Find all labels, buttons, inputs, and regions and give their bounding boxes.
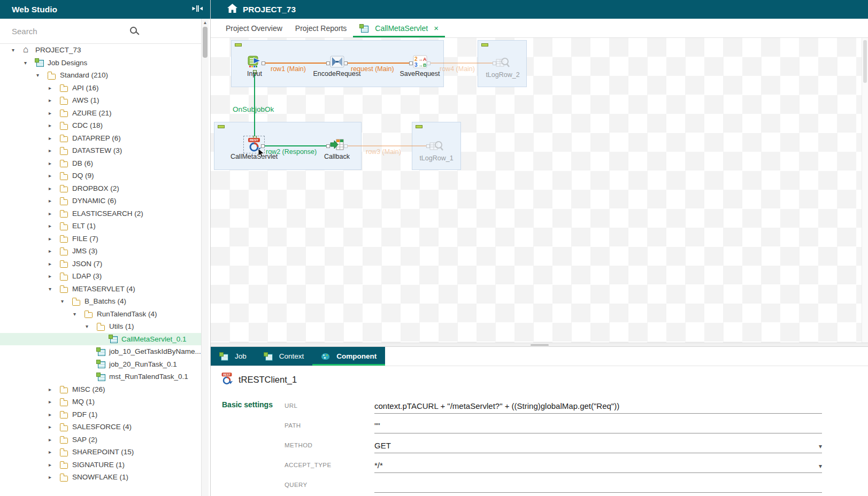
chevron-icon[interactable]: ▾ — [24, 60, 35, 66]
tab-context[interactable]: Context — [255, 347, 313, 366]
chevron-icon[interactable]: ▸ — [49, 386, 59, 392]
tree-item[interactable]: ▸ PDF (1) — [0, 408, 201, 421]
link-label-row4[interactable]: row4 (Main) — [440, 65, 475, 73]
chevron-icon[interactable]: ▾ — [61, 298, 72, 304]
resize-grip[interactable] — [531, 344, 549, 346]
tab-project-reports[interactable]: Project Reports — [289, 19, 353, 37]
chevron-icon[interactable]: ▾ — [49, 286, 59, 292]
tree-item[interactable]: ▸ JSON (7) — [0, 258, 201, 270]
subjob-collapse-marker[interactable] — [481, 43, 488, 46]
tree-item[interactable]: ▾ PROJECT_73 — [0, 44, 201, 57]
chevron-icon[interactable]: ▾ — [86, 323, 96, 329]
tree-item[interactable]: job_20_RunTask_0.1 — [0, 358, 201, 371]
chevron-icon[interactable]: ▸ — [49, 211, 59, 216]
link-label-row2[interactable]: row2 (Response) — [266, 148, 317, 156]
link-label-row3[interactable]: row3 (Main) — [366, 148, 401, 156]
tree-item[interactable]: ▾ Utils (1) — [0, 320, 201, 333]
tree-item[interactable]: ▸ DATASTEW (3) — [0, 144, 201, 157]
chevron-icon[interactable]: ▸ — [49, 223, 59, 229]
chevron-icon[interactable]: ▾ — [12, 47, 22, 53]
panel-resize-divider[interactable] — [211, 343, 868, 347]
tree-item[interactable]: ▸ DQ (9) — [0, 169, 201, 182]
tree-item[interactable]: ▸ JMS (3) — [0, 245, 201, 258]
chevron-icon[interactable]: ▸ — [49, 248, 59, 254]
tree-item[interactable]: ▸ API (16) — [0, 82, 201, 95]
link-label-onsubjobok[interactable]: OnSubjobOk — [233, 105, 274, 113]
chevron-icon[interactable]: ▸ — [49, 97, 59, 103]
chevron-icon[interactable]: ▸ — [49, 261, 59, 267]
tree-item[interactable]: ▸ ELT (1) — [0, 220, 201, 232]
chevron-icon[interactable]: ▸ — [49, 424, 59, 430]
chevron-icon[interactable]: ▸ — [49, 135, 59, 141]
tree-item[interactable]: ▸ AZURE (21) — [0, 107, 201, 120]
tab-project-overview[interactable]: Project Overview — [219, 19, 289, 37]
tree-item[interactable]: ▸ SAP (2) — [0, 433, 201, 446]
tree-item[interactable]: ▸ FILE (7) — [0, 232, 201, 245]
component-tlogrow2[interactable]: tLogRow_2 — [468, 56, 537, 79]
tree-item[interactable]: ▸ MQ (1) — [0, 396, 201, 408]
dropdown-caret-icon[interactable]: ▾ — [819, 462, 822, 470]
scroll-up-icon[interactable]: ▲ — [202, 19, 209, 25]
accept-type-field[interactable]: */* ▾ — [374, 460, 822, 473]
chevron-icon[interactable]: ▸ — [49, 399, 59, 405]
chevron-icon[interactable]: ▸ — [49, 110, 59, 116]
tree-item[interactable]: ▸ SIGNATURE (1) — [0, 459, 201, 471]
chevron-icon[interactable]: ▸ — [49, 437, 59, 443]
tree-item[interactable]: job_10_GetTaskIdByName... — [0, 345, 201, 358]
home-icon[interactable] — [227, 4, 237, 15]
tree-item[interactable]: ▸ LDAP (3) — [0, 270, 201, 283]
subjob-collapse-marker[interactable] — [416, 125, 423, 128]
link-onsubjobok[interactable] — [254, 71, 255, 139]
search-input[interactable] — [12, 27, 116, 36]
tree-item[interactable]: ▸ DYNAMIC (6) — [0, 195, 201, 207]
search-icon[interactable] — [130, 27, 137, 34]
tree-item[interactable]: ▾ Job Designs — [0, 57, 201, 69]
chevron-icon[interactable]: ▸ — [49, 173, 59, 179]
scrollbar-thumb[interactable] — [863, 40, 867, 83]
subjob-collapse-marker[interactable] — [235, 43, 242, 46]
tree-item[interactable]: ▸ DATAPREP (6) — [0, 132, 201, 145]
tab-job[interactable]: Job — [211, 347, 255, 366]
sidebar-scrollbar[interactable]: ▲ — [201, 19, 209, 496]
tree-item[interactable]: ▾ METASERVLET (4) — [0, 283, 201, 296]
chevron-icon[interactable]: ▸ — [49, 449, 59, 455]
chevron-icon[interactable]: ▸ — [49, 412, 59, 417]
subjob-collapse-marker[interactable] — [218, 125, 225, 128]
chevron-icon[interactable]: ▾ — [36, 72, 47, 78]
chevron-icon[interactable]: ▸ — [49, 85, 59, 91]
chevron-icon[interactable]: ▸ — [49, 462, 59, 468]
tree-item[interactable]: ▸ ELASTICSEARCH (2) — [0, 207, 201, 220]
query-field[interactable]: ▾ — [374, 480, 822, 493]
canvas-scrollbar[interactable] — [862, 38, 868, 343]
tab-component[interactable]: Component — [312, 347, 385, 366]
tree-item[interactable]: ▾ Standard (210) — [0, 69, 201, 82]
logrow-icon[interactable] — [402, 139, 471, 153]
tree-item[interactable]: mst_RunTalendTask_0.1 — [0, 370, 201, 383]
chevron-icon[interactable]: ▸ — [49, 185, 59, 191]
chevron-icon[interactable]: ▸ — [49, 148, 59, 153]
link-label-request[interactable]: request (Main) — [351, 65, 394, 73]
logrow-icon[interactable] — [468, 56, 537, 70]
chevron-icon[interactable]: ▸ — [49, 198, 59, 204]
job-design-canvas[interactable]: row1 (Main) request (Main) row4 (Main) r… — [211, 38, 868, 343]
tree-item[interactable]: ▸ DROPBOX (2) — [0, 182, 201, 195]
dropdown-caret-icon[interactable]: ▾ — [819, 443, 822, 450]
chevron-icon[interactable]: ▸ — [49, 273, 59, 279]
scrollbar-thumb[interactable] — [203, 27, 208, 58]
tree-item[interactable]: ▸ MISC (26) — [0, 383, 201, 396]
chevron-icon[interactable]: ▸ — [49, 236, 59, 242]
tree-item[interactable]: ▸ SNOWFLAKE (1) — [0, 471, 201, 484]
tree-item[interactable]: ▾ B_Batchs (4) — [0, 295, 201, 308]
tree-item[interactable]: ▸ DB (6) — [0, 157, 201, 170]
tree-item[interactable]: ▸ SALESFORCE (4) — [0, 421, 201, 433]
path-field[interactable]: "" ▾ — [374, 421, 822, 433]
component-tlogrow1[interactable]: tLogRow_1 — [402, 139, 471, 162]
chevron-icon[interactable]: ▾ — [73, 311, 84, 317]
tree-item[interactable]: CallMetaServlet_0.1 — [0, 333, 201, 346]
close-tab-icon[interactable]: × — [434, 24, 439, 33]
url-field[interactable]: context.pTACURL + "/metaServlet?" + ((St… — [374, 401, 822, 414]
chevron-icon[interactable]: ▸ — [49, 474, 59, 480]
collapse-panel-icon[interactable] — [192, 5, 203, 14]
tree-item[interactable]: ▸ AWS (1) — [0, 94, 201, 107]
nav-basic-settings[interactable]: Basic settings — [222, 400, 273, 409]
